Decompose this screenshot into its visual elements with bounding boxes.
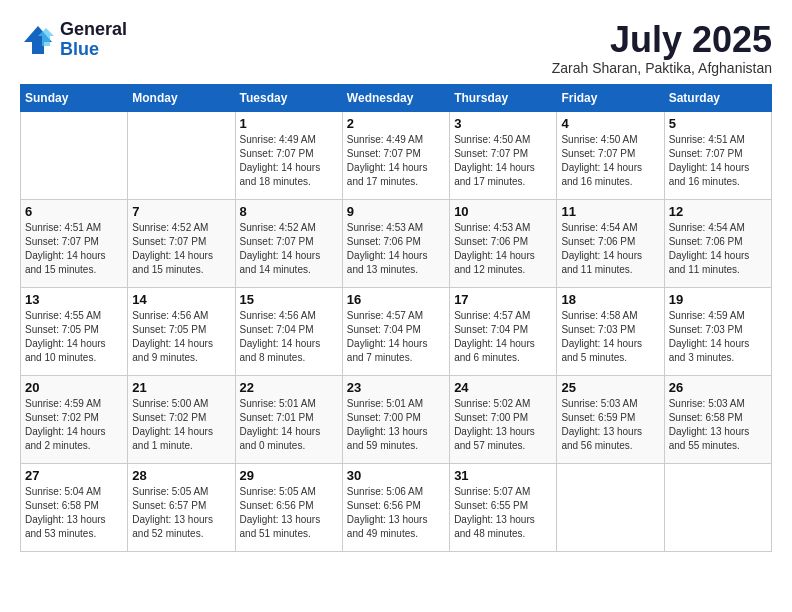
- calendar-day-cell: 21Sunrise: 5:00 AM Sunset: 7:02 PM Dayli…: [128, 375, 235, 463]
- calendar-day-cell: 3Sunrise: 4:50 AM Sunset: 7:07 PM Daylig…: [450, 111, 557, 199]
- calendar-day-cell: 18Sunrise: 4:58 AM Sunset: 7:03 PM Dayli…: [557, 287, 664, 375]
- logo-text: General Blue: [60, 20, 127, 60]
- day-number: 11: [561, 204, 659, 219]
- day-detail: Sunrise: 4:53 AM Sunset: 7:06 PM Dayligh…: [347, 221, 445, 277]
- day-detail: Sunrise: 4:57 AM Sunset: 7:04 PM Dayligh…: [454, 309, 552, 365]
- location-subtitle: Zarah Sharan, Paktika, Afghanistan: [552, 60, 772, 76]
- day-number: 29: [240, 468, 338, 483]
- day-number: 28: [132, 468, 230, 483]
- calendar-day-cell: 16Sunrise: 4:57 AM Sunset: 7:04 PM Dayli…: [342, 287, 449, 375]
- calendar-day-cell: 13Sunrise: 4:55 AM Sunset: 7:05 PM Dayli…: [21, 287, 128, 375]
- day-number: 4: [561, 116, 659, 131]
- calendar-header-row: SundayMondayTuesdayWednesdayThursdayFrid…: [21, 84, 772, 111]
- day-detail: Sunrise: 4:50 AM Sunset: 7:07 PM Dayligh…: [454, 133, 552, 189]
- calendar-day-cell: 2Sunrise: 4:49 AM Sunset: 7:07 PM Daylig…: [342, 111, 449, 199]
- day-detail: Sunrise: 4:51 AM Sunset: 7:07 PM Dayligh…: [25, 221, 123, 277]
- day-detail: Sunrise: 5:01 AM Sunset: 7:00 PM Dayligh…: [347, 397, 445, 453]
- day-number: 10: [454, 204, 552, 219]
- calendar-day-cell: 28Sunrise: 5:05 AM Sunset: 6:57 PM Dayli…: [128, 463, 235, 551]
- calendar-day-cell: 10Sunrise: 4:53 AM Sunset: 7:06 PM Dayli…: [450, 199, 557, 287]
- day-number: 24: [454, 380, 552, 395]
- day-detail: Sunrise: 4:52 AM Sunset: 7:07 PM Dayligh…: [240, 221, 338, 277]
- calendar-day-cell: 4Sunrise: 4:50 AM Sunset: 7:07 PM Daylig…: [557, 111, 664, 199]
- day-detail: Sunrise: 5:06 AM Sunset: 6:56 PM Dayligh…: [347, 485, 445, 541]
- calendar-day-cell: 30Sunrise: 5:06 AM Sunset: 6:56 PM Dayli…: [342, 463, 449, 551]
- calendar-day-cell: [21, 111, 128, 199]
- day-detail: Sunrise: 4:54 AM Sunset: 7:06 PM Dayligh…: [561, 221, 659, 277]
- calendar-day-cell: 27Sunrise: 5:04 AM Sunset: 6:58 PM Dayli…: [21, 463, 128, 551]
- day-detail: Sunrise: 5:07 AM Sunset: 6:55 PM Dayligh…: [454, 485, 552, 541]
- day-detail: Sunrise: 5:05 AM Sunset: 6:57 PM Dayligh…: [132, 485, 230, 541]
- title-block: July 2025 Zarah Sharan, Paktika, Afghani…: [552, 20, 772, 76]
- calendar-day-cell: 6Sunrise: 4:51 AM Sunset: 7:07 PM Daylig…: [21, 199, 128, 287]
- calendar-day-cell: 17Sunrise: 4:57 AM Sunset: 7:04 PM Dayli…: [450, 287, 557, 375]
- day-number: 7: [132, 204, 230, 219]
- calendar-week-row: 20Sunrise: 4:59 AM Sunset: 7:02 PM Dayli…: [21, 375, 772, 463]
- day-number: 6: [25, 204, 123, 219]
- day-number: 16: [347, 292, 445, 307]
- calendar-day-cell: 25Sunrise: 5:03 AM Sunset: 6:59 PM Dayli…: [557, 375, 664, 463]
- calendar-day-cell: 26Sunrise: 5:03 AM Sunset: 6:58 PM Dayli…: [664, 375, 771, 463]
- day-number: 5: [669, 116, 767, 131]
- calendar-week-row: 27Sunrise: 5:04 AM Sunset: 6:58 PM Dayli…: [21, 463, 772, 551]
- column-header-sunday: Sunday: [21, 84, 128, 111]
- day-number: 3: [454, 116, 552, 131]
- day-detail: Sunrise: 4:54 AM Sunset: 7:06 PM Dayligh…: [669, 221, 767, 277]
- day-number: 13: [25, 292, 123, 307]
- day-number: 26: [669, 380, 767, 395]
- calendar-day-cell: 23Sunrise: 5:01 AM Sunset: 7:00 PM Dayli…: [342, 375, 449, 463]
- calendar-day-cell: 29Sunrise: 5:05 AM Sunset: 6:56 PM Dayli…: [235, 463, 342, 551]
- day-number: 21: [132, 380, 230, 395]
- calendar-day-cell: 1Sunrise: 4:49 AM Sunset: 7:07 PM Daylig…: [235, 111, 342, 199]
- day-detail: Sunrise: 5:02 AM Sunset: 7:00 PM Dayligh…: [454, 397, 552, 453]
- calendar-day-cell: 7Sunrise: 4:52 AM Sunset: 7:07 PM Daylig…: [128, 199, 235, 287]
- month-year-title: July 2025: [552, 20, 772, 60]
- column-header-friday: Friday: [557, 84, 664, 111]
- day-number: 31: [454, 468, 552, 483]
- day-detail: Sunrise: 4:53 AM Sunset: 7:06 PM Dayligh…: [454, 221, 552, 277]
- calendar-week-row: 1Sunrise: 4:49 AM Sunset: 7:07 PM Daylig…: [21, 111, 772, 199]
- day-detail: Sunrise: 4:56 AM Sunset: 7:05 PM Dayligh…: [132, 309, 230, 365]
- calendar-day-cell: 12Sunrise: 4:54 AM Sunset: 7:06 PM Dayli…: [664, 199, 771, 287]
- day-number: 25: [561, 380, 659, 395]
- calendar-table: SundayMondayTuesdayWednesdayThursdayFrid…: [20, 84, 772, 552]
- day-detail: Sunrise: 4:51 AM Sunset: 7:07 PM Dayligh…: [669, 133, 767, 189]
- day-detail: Sunrise: 4:49 AM Sunset: 7:07 PM Dayligh…: [240, 133, 338, 189]
- calendar-day-cell: 15Sunrise: 4:56 AM Sunset: 7:04 PM Dayli…: [235, 287, 342, 375]
- day-detail: Sunrise: 4:56 AM Sunset: 7:04 PM Dayligh…: [240, 309, 338, 365]
- day-number: 9: [347, 204, 445, 219]
- logo-icon: [20, 22, 56, 58]
- calendar-day-cell: 8Sunrise: 4:52 AM Sunset: 7:07 PM Daylig…: [235, 199, 342, 287]
- calendar-day-cell: [664, 463, 771, 551]
- column-header-saturday: Saturday: [664, 84, 771, 111]
- day-number: 15: [240, 292, 338, 307]
- calendar-week-row: 6Sunrise: 4:51 AM Sunset: 7:07 PM Daylig…: [21, 199, 772, 287]
- day-detail: Sunrise: 5:05 AM Sunset: 6:56 PM Dayligh…: [240, 485, 338, 541]
- calendar-day-cell: 20Sunrise: 4:59 AM Sunset: 7:02 PM Dayli…: [21, 375, 128, 463]
- calendar-day-cell: 9Sunrise: 4:53 AM Sunset: 7:06 PM Daylig…: [342, 199, 449, 287]
- calendar-day-cell: 24Sunrise: 5:02 AM Sunset: 7:00 PM Dayli…: [450, 375, 557, 463]
- day-detail: Sunrise: 5:00 AM Sunset: 7:02 PM Dayligh…: [132, 397, 230, 453]
- day-number: 1: [240, 116, 338, 131]
- day-number: 8: [240, 204, 338, 219]
- day-number: 22: [240, 380, 338, 395]
- day-detail: Sunrise: 4:52 AM Sunset: 7:07 PM Dayligh…: [132, 221, 230, 277]
- day-number: 20: [25, 380, 123, 395]
- calendar-day-cell: [128, 111, 235, 199]
- calendar-day-cell: 22Sunrise: 5:01 AM Sunset: 7:01 PM Dayli…: [235, 375, 342, 463]
- day-number: 2: [347, 116, 445, 131]
- page-header: General Blue July 2025 Zarah Sharan, Pak…: [20, 20, 772, 76]
- day-detail: Sunrise: 4:49 AM Sunset: 7:07 PM Dayligh…: [347, 133, 445, 189]
- column-header-wednesday: Wednesday: [342, 84, 449, 111]
- day-detail: Sunrise: 5:01 AM Sunset: 7:01 PM Dayligh…: [240, 397, 338, 453]
- column-header-tuesday: Tuesday: [235, 84, 342, 111]
- day-number: 23: [347, 380, 445, 395]
- day-number: 30: [347, 468, 445, 483]
- calendar-day-cell: 11Sunrise: 4:54 AM Sunset: 7:06 PM Dayli…: [557, 199, 664, 287]
- logo: General Blue: [20, 20, 127, 60]
- day-detail: Sunrise: 4:59 AM Sunset: 7:03 PM Dayligh…: [669, 309, 767, 365]
- day-detail: Sunrise: 4:50 AM Sunset: 7:07 PM Dayligh…: [561, 133, 659, 189]
- day-detail: Sunrise: 4:57 AM Sunset: 7:04 PM Dayligh…: [347, 309, 445, 365]
- day-number: 19: [669, 292, 767, 307]
- day-detail: Sunrise: 5:03 AM Sunset: 6:58 PM Dayligh…: [669, 397, 767, 453]
